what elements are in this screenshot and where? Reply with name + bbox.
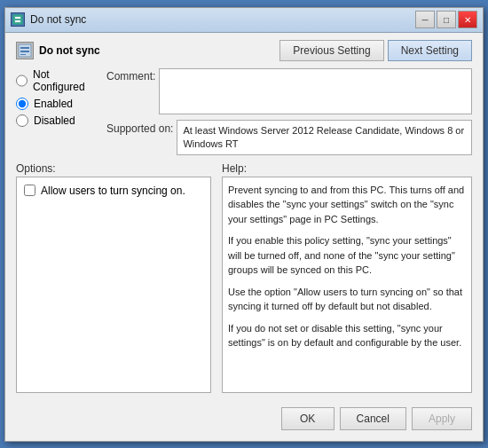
apply-button[interactable]: Apply — [412, 407, 472, 430]
options-content: Allow users to turn syncing on. — [17, 177, 210, 392]
supported-box: At least Windows Server 2012 Release Can… — [177, 120, 472, 155]
maximize-button[interactable]: □ — [437, 11, 456, 28]
nav-buttons: Previous Setting Next Setting — [279, 40, 472, 61]
not-configured-option[interactable]: Not Configured — [16, 68, 96, 93]
policy-icon — [16, 42, 34, 59]
comment-row: Comment: — [106, 68, 472, 114]
supported-text: At least Windows Server 2012 Release Can… — [183, 124, 466, 152]
svg-rect-5 — [20, 51, 29, 52]
title-bar-left: Do not sync — [11, 12, 86, 27]
policy-name-label: Do not sync — [39, 44, 100, 57]
comment-section: Comment: — [106, 68, 472, 114]
window-content: Do not sync Previous Setting Next Settin… — [5, 33, 483, 441]
svg-rect-4 — [20, 47, 29, 49]
cancel-button[interactable]: Cancel — [340, 407, 406, 430]
disabled-option[interactable]: Disabled — [16, 114, 96, 127]
close-button[interactable]: ✕ — [458, 11, 477, 28]
help-paragraph-2: If you enable this policy setting, "sync… — [228, 233, 466, 278]
window-icon — [11, 12, 25, 27]
panel-headers: Options: Help: — [16, 162, 472, 175]
help-paragraph-4: If you do not set or disable this settin… — [228, 321, 466, 350]
allow-syncing-option[interactable]: Allow users to turn syncing on. — [24, 185, 203, 197]
enabled-label: Enabled — [34, 98, 73, 110]
help-text: Prevent syncing to and from this PC. Thi… — [228, 183, 466, 350]
next-setting-button[interactable]: Next Setting — [388, 40, 472, 61]
comment-label: Comment: — [106, 68, 155, 83]
disabled-label: Disabled — [34, 114, 75, 127]
help-paragraph-1: Prevent syncing to and from this PC. Thi… — [228, 183, 466, 227]
bottom-buttons: OK Cancel Apply — [16, 400, 472, 434]
allow-syncing-checkbox[interactable] — [24, 185, 35, 196]
radio-comment-row: Not Configured Enabled Disabled Comment: — [16, 68, 472, 155]
not-configured-radio[interactable] — [16, 75, 28, 87]
svg-rect-1 — [15, 17, 20, 19]
previous-setting-button[interactable]: Previous Setting — [279, 40, 383, 61]
not-configured-label: Not Configured — [33, 68, 96, 93]
svg-rect-2 — [15, 20, 20, 22]
allow-syncing-label: Allow users to turn syncing on. — [41, 185, 185, 197]
supported-row: Supported on: At least Windows Server 20… — [106, 120, 472, 155]
help-panel: Prevent syncing to and from this PC. Thi… — [222, 177, 472, 393]
right-column: Comment: Supported on: At least Windows … — [106, 68, 472, 155]
window-title: Do not sync — [30, 13, 86, 26]
policy-title: Do not sync — [16, 42, 100, 59]
enabled-option[interactable]: Enabled — [16, 98, 96, 110]
ok-button[interactable]: OK — [281, 407, 335, 430]
disabled-radio[interactable] — [16, 114, 28, 127]
svg-rect-6 — [20, 54, 26, 55]
panels-row: Allow users to turn syncing on. Prevent … — [16, 177, 472, 393]
main-window: Do not sync ─ □ ✕ Do not sync — [4, 7, 484, 442]
options-header-area: Options: — [16, 162, 211, 175]
title-buttons: ─ □ ✕ — [415, 11, 477, 28]
minimize-button[interactable]: ─ — [415, 11, 435, 28]
panels-section: Options: Help: Allow users to turn synci… — [16, 162, 472, 393]
options-panel: Allow users to turn syncing on. — [16, 177, 211, 393]
enabled-radio[interactable] — [16, 98, 28, 110]
title-bar: Do not sync ─ □ ✕ — [5, 8, 483, 33]
radio-group: Not Configured Enabled Disabled — [16, 68, 96, 155]
top-row: Do not sync Previous Setting Next Settin… — [16, 40, 472, 61]
supported-label: Supported on: — [106, 120, 173, 135]
comment-input[interactable] — [159, 68, 472, 114]
help-header-area: Help: — [222, 162, 472, 175]
svg-rect-0 — [13, 15, 22, 24]
supported-section: Supported on: At least Windows Server 20… — [106, 120, 472, 155]
help-paragraph-3: Use the option "Allow users to turn sync… — [228, 285, 466, 314]
